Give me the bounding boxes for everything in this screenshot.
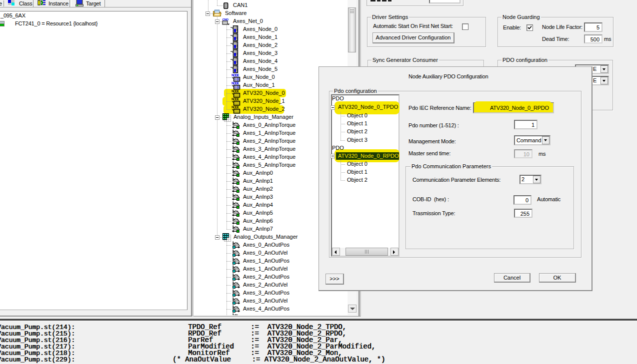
svg-text:1: 1 [236,54,238,57]
svg-text:1: 1 [236,62,238,65]
svg-text:CNO: CNO [222,18,229,21]
svg-text:NODE: NODE [232,97,240,101]
svg-text:1: 1 [236,38,238,41]
svg-text:1: 1 [236,70,238,73]
svg-text:1: 1 [236,30,238,33]
svg-text:NODE: NODE [232,105,240,109]
svg-text:IO: IO [234,85,239,89]
svg-text:NODE: NODE [232,73,240,77]
svg-text:NODE: NODE [232,81,240,85]
svg-text:IO: IO [234,77,239,81]
svg-text:NODE: NODE [232,89,240,93]
svg-text:1: 1 [236,46,238,49]
